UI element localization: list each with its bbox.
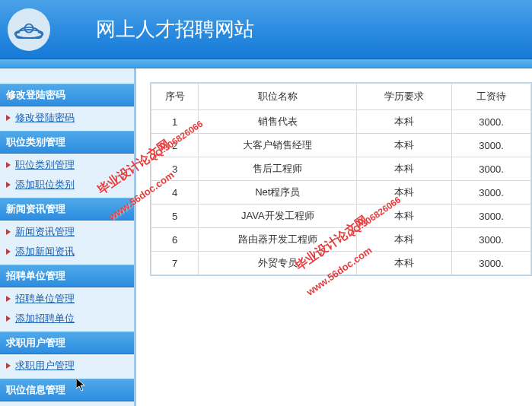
svg-point-1 xyxy=(25,24,33,32)
sidebar-item-employer-add[interactable]: 添加招聘单位 xyxy=(0,309,134,328)
table-cell-seq: 5 xyxy=(151,205,199,228)
nav-link-label: 求职用户管理 xyxy=(15,359,75,373)
sidebar-item-category-add[interactable]: 添加职位类别 xyxy=(0,175,134,195)
sidebar: 修改登陆密码 修改登陆密码 职位类别管理 职位类别管理 添加职位类别 xyxy=(0,68,136,406)
nav-link-label: 添加职位类别 xyxy=(15,178,75,192)
sidebar-item-news-manage[interactable]: 新闻资讯管理 xyxy=(0,222,134,242)
sidebar-item-news-add[interactable]: 添加新闻资讯 xyxy=(0,242,134,262)
table-cell-seq: 6 xyxy=(151,228,199,252)
table-row[interactable]: 4Net程序员本科3000. xyxy=(151,181,531,205)
sidebar-item-position-manage[interactable]: 职位信息管理 xyxy=(0,403,134,406)
table-cell-edu: 本科 xyxy=(357,228,452,252)
table-cell-name: Net程序员 xyxy=(199,181,357,205)
logo xyxy=(8,8,50,51)
table-cell-salary: 3000. xyxy=(452,181,531,205)
cloud-logo-icon xyxy=(12,13,46,46)
nav-section-jobseeker: 求职用户管理 求职用户管理 xyxy=(0,331,134,377)
nav-section-employer: 招聘单位管理 招聘单位管理 添加招聘单位 xyxy=(0,265,134,330)
table-cell-salary: 3000. xyxy=(452,110,531,134)
table-cell-name: 外贸专员 xyxy=(199,252,357,275)
col-header-edu: 学历要求 xyxy=(357,84,452,110)
table-cell-salary: 3000. xyxy=(452,157,531,181)
table-cell-name: 路由器开发工程师 xyxy=(199,228,357,252)
nav-section-password: 修改登陆密码 修改登陆密码 xyxy=(0,84,134,129)
table-cell-seq: 1 xyxy=(151,110,199,134)
arrow-right-icon xyxy=(6,316,11,322)
nav-section-category: 职位类别管理 职位类别管理 添加职位类别 xyxy=(0,131,134,196)
table-cell-edu: 本科 xyxy=(357,157,452,181)
nav-header-password: 修改登陆密码 xyxy=(0,84,134,106)
arrow-right-icon xyxy=(6,182,11,188)
table-cell-name: 售后工程师 xyxy=(199,157,357,181)
nav-link-label: 职位类别管理 xyxy=(15,158,75,172)
cursor-icon xyxy=(76,378,88,393)
table-row[interactable]: 2大客户销售经理本科3000. xyxy=(151,134,531,157)
sidebar-item-change-password[interactable]: 修改登陆密码 xyxy=(0,108,134,128)
table-header-row: 序号 职位名称 学历要求 工资待 xyxy=(151,84,531,110)
arrow-right-icon xyxy=(6,229,11,235)
table-cell-name: 大客户销售经理 xyxy=(199,134,357,157)
nav-header-position: 职位信息管理 xyxy=(0,379,134,401)
arrow-right-icon xyxy=(6,363,11,369)
app-header: 网上人才招聘网站 xyxy=(0,0,532,59)
arrow-right-icon xyxy=(6,296,11,302)
table-cell-edu: 本科 xyxy=(357,205,452,228)
table-cell-salary: 3000. xyxy=(452,134,531,157)
nav-link-label: 招聘单位管理 xyxy=(15,292,75,306)
arrow-right-icon xyxy=(6,115,11,121)
table-row[interactable]: 7外贸专员本科3000. xyxy=(151,252,531,275)
nav-link-label: 添加招聘单位 xyxy=(15,312,75,325)
nav-header-employer: 招聘单位管理 xyxy=(0,265,134,287)
sidebar-item-category-manage[interactable]: 职位类别管理 xyxy=(0,155,134,175)
table-row[interactable]: 5JAVA开发工程师本科3000. xyxy=(151,205,531,228)
nav-link-label: 添加新闻资讯 xyxy=(15,245,75,259)
table-cell-salary: 3000. xyxy=(452,228,531,252)
main-content: 序号 职位名称 学历要求 工资待 1销售代表本科3000.2大客户销售经理本科3… xyxy=(136,68,532,406)
table-cell-name: JAVA开发工程师 xyxy=(199,205,357,228)
content-panel: 序号 职位名称 学历要求 工资待 1销售代表本科3000.2大客户销售经理本科3… xyxy=(150,82,532,276)
sidebar-item-employer-manage[interactable]: 招聘单位管理 xyxy=(0,289,134,309)
table-cell-edu: 本科 xyxy=(357,134,452,157)
subheader-bar xyxy=(0,59,532,68)
arrow-right-icon xyxy=(6,162,11,168)
table-row[interactable]: 6路由器开发工程师本科3000. xyxy=(151,228,531,252)
col-header-name: 职位名称 xyxy=(199,84,357,110)
arrow-right-icon xyxy=(6,249,11,255)
nav-section-news: 新闻资讯管理 新闻资讯管理 添加新闻资讯 xyxy=(0,198,134,263)
col-header-seq: 序号 xyxy=(151,84,199,110)
table-cell-edu: 本科 xyxy=(357,181,452,205)
table-cell-edu: 本科 xyxy=(357,110,452,134)
table-row[interactable]: 3售后工程师本科3000. xyxy=(151,157,531,181)
table-cell-name: 销售代表 xyxy=(199,110,357,134)
nav-header-category: 职位类别管理 xyxy=(0,131,134,154)
table-cell-salary: 3000. xyxy=(452,205,531,228)
position-table: 序号 职位名称 学历要求 工资待 1销售代表本科3000.2大客户销售经理本科3… xyxy=(151,83,531,275)
col-header-salary: 工资待 xyxy=(452,84,531,110)
table-cell-edu: 本科 xyxy=(357,252,452,275)
table-cell-seq: 7 xyxy=(151,252,199,275)
table-cell-seq: 4 xyxy=(151,181,199,205)
page-title: 网上人才招聘网站 xyxy=(96,16,254,43)
table-cell-seq: 3 xyxy=(151,157,199,181)
nav-link-label: 修改登陆密码 xyxy=(15,111,75,125)
table-cell-seq: 2 xyxy=(151,134,199,157)
table-row[interactable]: 1销售代表本科3000. xyxy=(151,110,531,134)
nav-header-news: 新闻资讯管理 xyxy=(0,198,134,220)
table-cell-salary: 3000. xyxy=(452,252,531,275)
nav-section-position: 职位信息管理 职位信息管理 xyxy=(0,379,134,406)
sidebar-item-jobseeker-manage[interactable]: 求职用户管理 xyxy=(0,356,134,376)
nav-header-jobseeker: 求职用户管理 xyxy=(0,331,134,354)
nav-link-label: 新闻资讯管理 xyxy=(15,225,75,239)
